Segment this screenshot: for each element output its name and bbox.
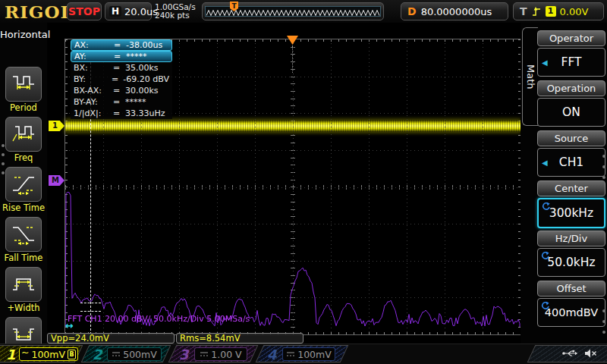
- rotate-knob-icon: [541, 301, 550, 310]
- menu-item-operation[interactable]: Operation ON: [537, 80, 605, 127]
- menu-item-source[interactable]: Source ◀ CH1: [537, 130, 605, 177]
- h-label: H: [109, 6, 121, 17]
- operator-value[interactable]: ◀ FFT: [537, 48, 605, 77]
- rigol-logo: RIGOL: [5, 2, 74, 22]
- cursor-label: BY-AY:: [74, 97, 113, 107]
- ch3-scale-box[interactable]: 1.00 V: [194, 347, 247, 361]
- ch4-scale-box[interactable]: 100mV: [282, 347, 335, 361]
- trigger-box[interactable]: T 1 0.00V: [513, 2, 604, 20]
- menu-label: Operation: [537, 80, 605, 96]
- menu-value-text: FFT: [561, 55, 581, 69]
- menu-value-text: 400mdBV: [545, 306, 598, 318]
- measure-item-rise-time[interactable]: Rise Time: [0, 167, 47, 213]
- ch1-scale-box[interactable]: ~ 100mV B: [19, 347, 78, 361]
- cursor-y-mark-1[interactable]: [80, 303, 101, 303]
- timebase-value: 20.0us: [124, 6, 158, 17]
- channel-status-bar: 1 ~ 100mV B 2 500mV 3 1.00 V 4 100mV: [0, 344, 607, 364]
- rise-time-icon: [5, 167, 42, 202]
- cursor-value: -69.20 dBV: [123, 74, 169, 84]
- rotate-knob-icon: [541, 251, 550, 260]
- fft-status-label: FFT CH1 20.00 dBV/ 50.0kHz/Div 5.00MSa/s: [68, 314, 250, 324]
- menu-item-operator[interactable]: Operator ◀ FFT: [537, 30, 605, 77]
- cursor-value: 33.33uHz: [125, 108, 169, 118]
- cursor-value: 30.00ks: [125, 86, 169, 96]
- measurement-rms: Rms=8.54mV: [176, 333, 304, 344]
- ch1-number[interactable]: 1: [6, 347, 16, 362]
- cursor-row-bx: BX: = 35.00ks: [71, 62, 172, 74]
- sample-rate-box: 1.00GSa/s 240k pts: [155, 3, 196, 20]
- math-menu-panel: Math Operator ◀ FFT Operation ON Source …: [521, 23, 607, 344]
- page-dot: [2, 162, 5, 165]
- bandwidth-limit-icon: B: [68, 350, 76, 359]
- center-value[interactable]: 300kHz: [537, 198, 605, 228]
- pos-width-icon: [5, 267, 42, 302]
- hz-div-value[interactable]: 50.0kHz: [537, 248, 605, 277]
- ch3-number[interactable]: 3: [179, 347, 189, 362]
- system-icons: [561, 348, 598, 359]
- menu-value-text: CH1: [559, 155, 583, 169]
- usb-icon[interactable]: [561, 348, 578, 359]
- trigger-position-line: [292, 46, 293, 73]
- page-dot: [2, 153, 5, 156]
- trigger-source-badge: 1: [546, 6, 556, 17]
- menu-item-offset[interactable]: Offset 400mdBV: [537, 281, 605, 328]
- measure-item-pos-width[interactable]: +Width: [0, 267, 47, 313]
- offset-value[interactable]: 400mdBV: [537, 298, 605, 327]
- page-dot: [602, 155, 605, 158]
- ac-coupling-icon: ~: [21, 347, 29, 358]
- period-icon: [5, 67, 42, 102]
- cursor-readout-panel: AX: = -38.00us AY: = ***** BX: = 35.00ks…: [71, 39, 172, 119]
- source-value[interactable]: ◀ CH1: [537, 148, 605, 177]
- freq-icon: [5, 117, 42, 152]
- ch4-number[interactable]: 4: [267, 347, 277, 362]
- cursor-label: 1/|dX|:: [74, 108, 113, 118]
- page-dot: [2, 144, 5, 147]
- menu-label: Offset: [537, 281, 605, 297]
- ch4-scale: 100mV: [297, 349, 332, 360]
- menu-item-center[interactable]: Center 300kHz: [537, 180, 605, 228]
- equals: =: [114, 52, 126, 61]
- equals: =: [113, 63, 125, 73]
- waveform-preview-strip[interactable]: T: [202, 2, 384, 20]
- horizontal-arrows-icon: ↔: [65, 321, 74, 331]
- freq-label: Freq: [0, 152, 47, 163]
- menu-label: Source: [537, 130, 605, 146]
- equals: =: [112, 74, 123, 84]
- menu-value-text: 300kHz: [549, 206, 593, 220]
- d-label: D: [407, 5, 417, 17]
- cursor-label: BX-AX:: [74, 86, 113, 96]
- cursor-value: 35.00ks: [125, 63, 169, 73]
- math-menu-tab[interactable]: Math: [522, 27, 538, 126]
- cursor-row-inv-dx: 1/|dX|: = 33.33uHz: [71, 108, 172, 119]
- expand-triangle-icon: ◀: [542, 158, 548, 167]
- dc-coupling-icon: [112, 351, 121, 357]
- speaker-muted-icon[interactable]: [584, 348, 598, 359]
- cursor-value: *****: [125, 97, 169, 107]
- menu-item-hz-div[interactable]: Hz/Div 50.0kHz: [537, 231, 605, 278]
- cursor-row-ax: AX: = -38.00us: [71, 39, 172, 51]
- ch2-scale-box[interactable]: 500mV: [107, 347, 162, 361]
- horizontal-timebase-box[interactable]: H 20.0us: [105, 2, 152, 20]
- ch1-scale: 100mV: [31, 349, 65, 360]
- page-dot: [602, 165, 605, 168]
- rise-time-label: Rise Time: [0, 202, 47, 213]
- cursor-y-mark-2[interactable]: [80, 311, 101, 312]
- cursor-value: *****: [126, 52, 168, 61]
- ch2-number[interactable]: 2: [93, 347, 102, 362]
- measure-item-freq[interactable]: Freq: [0, 117, 47, 163]
- cursor-row-ay: AY: = *****: [71, 51, 172, 62]
- pos-width-label: +Width: [0, 303, 47, 313]
- equals: =: [114, 40, 126, 50]
- ch1-level-marker[interactable]: 1: [49, 121, 64, 131]
- ch3-scale: 1.00 V: [211, 349, 241, 360]
- top-status-bar: RIGOL STOP H 20.0us 1.00GSa/s 240k pts T…: [0, 0, 607, 23]
- delay-box[interactable]: D 80.0000000us: [401, 2, 508, 20]
- measure-item-fall-time[interactable]: Fall Time: [0, 217, 47, 263]
- measure-item-period[interactable]: Period: [0, 67, 47, 113]
- run-state-button[interactable]: STOP: [67, 2, 102, 20]
- cursor-row-by-ay: BY-AY: = *****: [71, 96, 172, 108]
- operation-value[interactable]: ON: [537, 98, 605, 127]
- dc-coupling-icon: [286, 351, 295, 357]
- measurement-vpp: Vpp=24.0mV: [47, 333, 175, 344]
- math-level-marker[interactable]: M: [49, 175, 64, 186]
